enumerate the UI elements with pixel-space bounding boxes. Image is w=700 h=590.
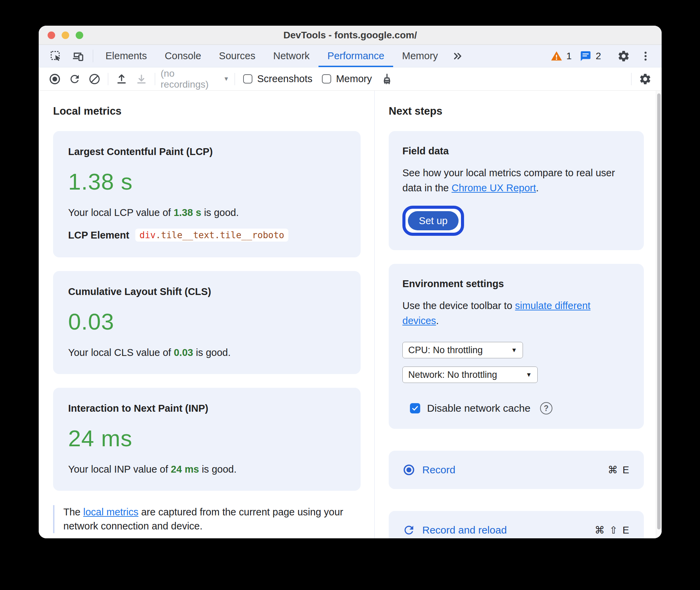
inp-card: Interaction to Next Paint (INP) 24 ms Yo… — [53, 388, 361, 491]
tab-label: Elements — [105, 50, 147, 62]
record-action-card[interactable]: Record ⌘ E — [389, 451, 644, 489]
devtools-menu-button[interactable] — [635, 50, 656, 62]
record-reload-action-left: Record and reload — [402, 524, 507, 537]
local-metrics-heading: Local metrics — [53, 105, 361, 117]
issues-warning-button[interactable]: 1 — [547, 50, 576, 62]
desc-prefix: Your local CLS value of — [68, 347, 174, 358]
setup-button[interactable]: Set up — [408, 211, 459, 230]
load-profile-button[interactable] — [112, 73, 132, 85]
close-window-button[interactable] — [48, 31, 55, 39]
lcp-element-link[interactable]: div.tile__text.tile__roboto — [135, 229, 288, 242]
title-bar: DevTools - fonts.google.com/ — [39, 26, 662, 45]
inspect-cursor-icon — [50, 50, 62, 62]
footnote-prefix: The — [63, 506, 83, 517]
tab-sources[interactable]: Sources — [210, 45, 264, 67]
help-icon[interactable]: ? — [540, 402, 552, 414]
recordings-select[interactable]: (no recordings) ▼ — [161, 68, 229, 90]
chat-bubble-icon — [580, 50, 591, 62]
lcp-value: 1.38 s — [68, 168, 346, 195]
record-and-reload-button[interactable] — [65, 73, 85, 85]
desc-suffix: is good. — [193, 347, 231, 358]
zoom-window-button[interactable] — [76, 31, 83, 39]
vertical-scrollbar-thumb[interactable] — [657, 93, 661, 529]
disable-cache-checkbox[interactable] — [410, 403, 420, 413]
capture-settings-button[interactable] — [635, 73, 655, 86]
environment-text-suffix: . — [436, 315, 439, 326]
reload-icon — [68, 73, 81, 85]
record-icon — [49, 73, 61, 85]
tab-network[interactable]: Network — [264, 45, 318, 67]
chevron-double-right-icon — [452, 50, 463, 62]
upload-icon — [115, 73, 128, 85]
toolbar-divider — [155, 73, 155, 85]
local-metrics-link[interactable]: local metrics — [83, 506, 138, 517]
memory-checkbox[interactable] — [322, 74, 331, 84]
record-reload-action-card[interactable]: Record and reload ⌘ ⇧ E — [389, 511, 644, 538]
recordings-select-value: (no recordings) — [161, 68, 223, 90]
record-action-label: Record — [422, 464, 455, 476]
screenshots-label: Screenshots — [257, 73, 312, 85]
performance-panel-content: Local metrics Largest Contentful Paint (… — [39, 91, 662, 538]
minimize-window-button[interactable] — [62, 31, 69, 39]
lcp-element-label: LCP Element — [68, 230, 129, 241]
vertical-scrollbar-track[interactable] — [656, 91, 662, 538]
lcp-card: Largest Contentful Paint (LCP) 1.38 s Yo… — [53, 131, 361, 257]
network-throttling-select[interactable]: Network: No throttling ▼ — [402, 367, 538, 383]
performance-toolbar: (no recordings) ▼ Screenshots Memory — [39, 67, 662, 91]
screenshots-checkbox-row[interactable]: Screenshots — [238, 73, 317, 85]
element-classes: .tile__text.tile__roboto — [155, 230, 284, 240]
desc-value: 1.38 s — [174, 207, 201, 218]
garbage-brush-icon — [380, 73, 393, 86]
tabbar-divider — [93, 50, 93, 62]
environment-settings-card: Environment settings Use the device tool… — [389, 264, 644, 429]
tab-elements[interactable]: Elements — [97, 45, 156, 67]
tab-performance[interactable]: Performance — [318, 45, 393, 67]
inp-value: 24 ms — [68, 425, 346, 451]
cls-description: Your local CLS value of 0.03 is good. — [68, 347, 346, 358]
field-data-text: See how your local metrics compare to re… — [402, 166, 623, 195]
kebab-menu-icon — [640, 50, 651, 62]
tab-label: Sources — [219, 50, 255, 62]
window-title: DevTools - fonts.google.com/ — [39, 30, 662, 41]
warning-triangle-icon — [551, 50, 562, 62]
toolbar-divider — [631, 73, 632, 85]
clear-recordings-button[interactable] — [85, 73, 104, 85]
message-count: 2 — [596, 51, 601, 62]
chrome-ux-report-link[interactable]: Chrome UX Report — [452, 182, 536, 193]
record-shortcut: ⌘ E — [608, 464, 630, 476]
more-tabs-button[interactable] — [447, 45, 468, 67]
cpu-throttling-select[interactable]: CPU: No throttling ▼ — [402, 342, 523, 358]
inp-title: Interaction to Next Paint (INP) — [68, 403, 346, 414]
next-steps-heading: Next steps — [389, 105, 644, 117]
panel-divider — [374, 91, 375, 538]
tab-label: Console — [165, 50, 201, 62]
desc-prefix: Your local LCP value of — [68, 207, 174, 218]
download-icon — [135, 73, 148, 85]
dropdown-arrow-icon: ▼ — [526, 371, 532, 379]
screenshots-checkbox[interactable] — [243, 74, 252, 84]
gear-icon — [617, 50, 630, 63]
save-profile-button[interactable] — [132, 73, 151, 85]
record-icon — [402, 463, 415, 476]
block-icon — [88, 73, 101, 85]
field-data-text-suffix: . — [536, 182, 539, 193]
setup-button-focus-ring: Set up — [402, 206, 464, 236]
devtools-settings-button[interactable] — [612, 50, 635, 63]
issues-message-button[interactable]: 2 — [576, 50, 605, 62]
toggle-device-toolbar-button[interactable] — [67, 45, 89, 67]
record-button[interactable] — [45, 73, 65, 85]
cls-value: 0.03 — [68, 308, 346, 335]
inspect-element-button[interactable] — [45, 45, 67, 67]
local-metrics-footnote: The local metrics are captured from the … — [53, 505, 351, 533]
tab-label: Memory — [402, 50, 438, 62]
tab-memory[interactable]: Memory — [393, 45, 447, 67]
collect-garbage-button[interactable] — [377, 73, 397, 86]
reload-icon — [402, 524, 415, 537]
memory-checkbox-row[interactable]: Memory — [317, 73, 377, 85]
tab-console[interactable]: Console — [156, 45, 210, 67]
dropdown-arrow-icon: ▼ — [223, 76, 229, 82]
desc-suffix: is good. — [199, 464, 237, 475]
disable-cache-row: Disable network cache ? — [410, 402, 630, 414]
environment-settings-title: Environment settings — [402, 278, 630, 290]
desc-prefix: Your local INP value of — [68, 464, 171, 475]
